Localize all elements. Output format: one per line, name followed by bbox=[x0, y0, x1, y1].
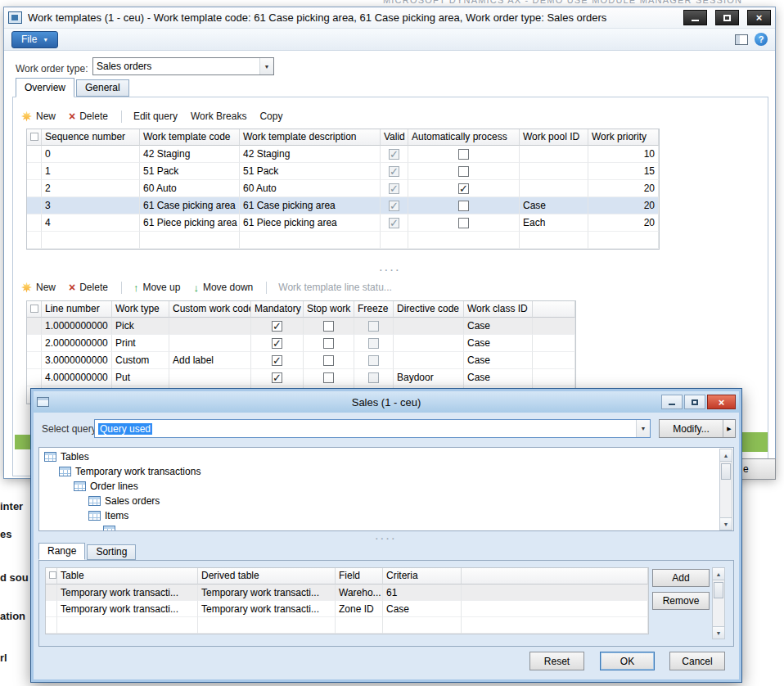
stop-work-checkbox[interactable] bbox=[323, 338, 334, 349]
row-selector[interactable] bbox=[27, 352, 42, 369]
column-header[interactable]: Table bbox=[57, 568, 198, 584]
row-selector[interactable] bbox=[27, 146, 42, 163]
line-row[interactable]: 4.0000000000 Put Baydoor Case bbox=[27, 369, 575, 386]
layout-icon[interactable] bbox=[735, 34, 748, 45]
tree-item-clipped[interactable] bbox=[39, 523, 733, 531]
tree-item-order-lines[interactable]: Order lines bbox=[39, 479, 733, 494]
chevron-down-icon[interactable]: ▼ bbox=[259, 58, 273, 74]
row-selector[interactable] bbox=[46, 601, 57, 617]
splitter-handle[interactable]: ···· bbox=[13, 267, 768, 273]
column-header[interactable]: Work type bbox=[112, 301, 169, 318]
ok-button[interactable]: OK bbox=[600, 652, 655, 670]
column-header[interactable]: Criteria bbox=[383, 568, 462, 584]
column-header[interactable]: Work template code bbox=[140, 129, 240, 146]
column-header[interactable]: Work priority bbox=[588, 129, 659, 146]
column-header[interactable]: Field bbox=[336, 568, 383, 584]
template-row[interactable]: 0 42 Staging 42 Staging 10 bbox=[27, 146, 659, 163]
mandatory-checkbox[interactable] bbox=[272, 321, 282, 332]
column-header[interactable]: Work template description bbox=[240, 129, 381, 146]
tree-item-sales-orders[interactable]: Sales orders bbox=[39, 494, 733, 508]
scrollbar-thumb[interactable] bbox=[721, 463, 731, 480]
range-row[interactable]: Temporary work transacti... Temporary wo… bbox=[46, 601, 648, 617]
new-button[interactable]: New bbox=[21, 111, 56, 122]
tree-item-tables[interactable]: Tables bbox=[39, 449, 733, 464]
modify-button[interactable]: Modify... ▶ bbox=[659, 419, 736, 438]
move-up-button[interactable]: ↑Move up bbox=[133, 282, 181, 293]
delete-button[interactable]: ×Delete bbox=[69, 282, 108, 293]
scrollbar-thumb[interactable] bbox=[714, 582, 723, 598]
row-selector[interactable] bbox=[46, 584, 57, 601]
auto-process-checkbox[interactable] bbox=[458, 201, 469, 211]
cancel-button[interactable]: Cancel bbox=[669, 652, 725, 670]
select-all-checkbox[interactable] bbox=[30, 305, 38, 313]
stop-work-checkbox[interactable] bbox=[323, 372, 334, 383]
dialog-minimize-button[interactable] bbox=[661, 395, 683, 409]
row-selector[interactable] bbox=[27, 369, 42, 386]
column-header[interactable]: Work pool ID bbox=[520, 129, 588, 146]
mandatory-checkbox[interactable] bbox=[272, 355, 282, 366]
tab-range[interactable]: Range bbox=[38, 543, 85, 560]
tab-overview[interactable]: Overview bbox=[16, 78, 74, 97]
move-down-button[interactable]: ↓Move down bbox=[193, 282, 253, 293]
chevron-down-icon[interactable]: ▼ bbox=[636, 420, 650, 437]
maximize-button[interactable] bbox=[715, 10, 739, 25]
column-header[interactable]: Mandatory bbox=[251, 301, 304, 318]
row-selector[interactable] bbox=[27, 197, 42, 214]
tree-item-temporary-work-transactions[interactable]: Temporary work transactions bbox=[39, 464, 733, 479]
column-header[interactable]: Sequence number bbox=[42, 129, 140, 146]
column-header[interactable]: Work class ID bbox=[464, 301, 533, 318]
window-titlebar[interactable]: Work templates (1 - ceu) - Work template… bbox=[4, 7, 775, 29]
row-selector[interactable] bbox=[27, 214, 42, 232]
column-header[interactable]: Valid bbox=[381, 129, 408, 146]
scroll-down-icon[interactable]: ▼ bbox=[720, 517, 732, 530]
column-header[interactable]: Automatically process bbox=[408, 129, 520, 146]
row-selector[interactable] bbox=[27, 163, 42, 180]
select-all-cell[interactable] bbox=[27, 301, 42, 318]
mandatory-checkbox[interactable] bbox=[272, 338, 282, 349]
column-header[interactable]: Line number bbox=[42, 301, 112, 318]
column-header[interactable]: Freeze bbox=[354, 301, 394, 318]
work-breaks-button[interactable]: Work Breaks bbox=[191, 111, 246, 122]
select-all-checkbox[interactable] bbox=[49, 571, 56, 579]
row-selector[interactable] bbox=[27, 335, 42, 352]
auto-process-checkbox[interactable] bbox=[458, 149, 469, 160]
row-selector[interactable] bbox=[27, 318, 42, 335]
delete-button[interactable]: ×Delete bbox=[69, 111, 108, 122]
scroll-up-icon[interactable]: ▲ bbox=[720, 449, 732, 462]
select-all-checkbox[interactable] bbox=[30, 133, 38, 141]
tree-scrollbar[interactable]: ▲ ▼ bbox=[719, 449, 732, 530]
select-all-cell[interactable] bbox=[27, 129, 42, 146]
remove-button[interactable]: Remove bbox=[652, 592, 710, 610]
line-row[interactable]: 3.0000000000 Custom Add label Case bbox=[27, 352, 575, 369]
new-button[interactable]: New bbox=[21, 282, 56, 293]
add-button[interactable]: Add bbox=[652, 569, 710, 587]
mandatory-checkbox[interactable] bbox=[272, 372, 282, 383]
range-row[interactable]: Temporary work transacti... Temporary wo… bbox=[46, 584, 648, 601]
help-icon[interactable]: ? bbox=[755, 33, 768, 46]
copy-button[interactable]: Copy bbox=[259, 111, 282, 122]
select-all-cell[interactable] bbox=[46, 568, 57, 584]
column-header[interactable]: Custom work code bbox=[169, 301, 251, 318]
file-menu-button[interactable]: File ▼ bbox=[11, 31, 58, 48]
tab-general[interactable]: General bbox=[76, 79, 129, 97]
range-scrollbar[interactable]: ▲ ▼ bbox=[712, 567, 725, 639]
tree-item-items[interactable]: Items bbox=[39, 508, 733, 523]
template-row[interactable]: 2 60 Auto 60 Auto 20 bbox=[27, 180, 659, 197]
minimize-button[interactable] bbox=[683, 10, 707, 25]
tab-sorting[interactable]: Sorting bbox=[87, 544, 136, 560]
auto-process-checkbox[interactable] bbox=[458, 183, 469, 194]
edit-query-button[interactable]: Edit query bbox=[133, 111, 178, 122]
line-row[interactable]: 2.0000000000 Print Case bbox=[27, 335, 575, 352]
line-row[interactable]: 1.0000000000 Pick Case bbox=[27, 318, 575, 335]
auto-process-checkbox[interactable] bbox=[458, 166, 469, 177]
scroll-down-icon[interactable]: ▼ bbox=[713, 626, 724, 639]
close-button[interactable]: × bbox=[747, 10, 771, 25]
work-order-type-select[interactable]: Sales orders ▼ bbox=[92, 57, 274, 75]
dialog-maximize-button[interactable] bbox=[684, 395, 705, 409]
row-selector[interactable] bbox=[27, 180, 42, 197]
template-row[interactable]: 4 61 Piece picking area 61 Piece picking… bbox=[27, 214, 659, 232]
dialog-titlebar[interactable]: Sales (1 - ceu) × bbox=[34, 391, 739, 413]
template-row[interactable]: 1 51 Pack 51 Pack 15 bbox=[27, 163, 659, 180]
stop-work-checkbox[interactable] bbox=[323, 355, 334, 366]
column-header[interactable]: Derived table bbox=[198, 568, 336, 584]
